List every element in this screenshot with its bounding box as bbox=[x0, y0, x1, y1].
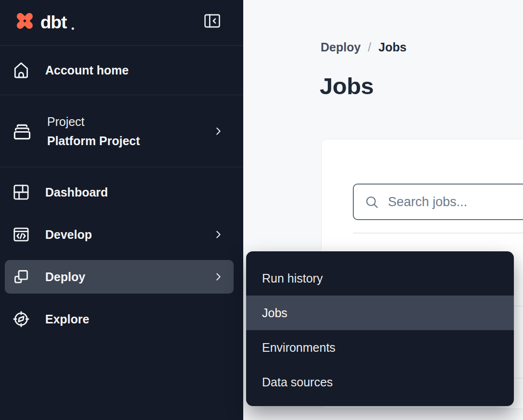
sidebar-item-label: Account home bbox=[45, 63, 129, 77]
search-icon bbox=[364, 194, 380, 210]
sidebar-item-account-home[interactable]: Account home bbox=[0, 46, 243, 95]
dbt-logo[interactable]: dbt bbox=[13, 10, 74, 32]
search-box bbox=[353, 184, 523, 220]
menu-item-jobs[interactable]: Jobs bbox=[246, 296, 514, 330]
project-label: Project bbox=[47, 112, 140, 131]
develop-icon bbox=[12, 225, 31, 244]
sidebar-header: dbt bbox=[0, 0, 243, 46]
project-selector-text: Project Platform Project bbox=[47, 112, 140, 150]
dashboard-icon bbox=[12, 183, 31, 202]
dbt-logo-icon bbox=[13, 10, 36, 32]
deploy-flyout-menu: Run history Jobs Environments Data sourc… bbox=[246, 251, 514, 406]
breadcrumb-parent-link[interactable]: Deploy bbox=[321, 40, 361, 54]
project-name: Platform Project bbox=[47, 131, 140, 150]
sidebar-item-label: Dashboard bbox=[45, 185, 108, 199]
explore-compass-icon bbox=[12, 309, 31, 329]
dbt-logo-trademark-dot bbox=[72, 27, 74, 30]
search-jobs-input[interactable] bbox=[388, 195, 523, 210]
sidebar-item-dashboard[interactable]: Dashboard bbox=[0, 171, 243, 213]
collapse-sidebar-icon bbox=[203, 13, 221, 29]
home-icon bbox=[12, 61, 31, 80]
sidebar: dbt Account home bbox=[0, 0, 243, 420]
sidebar-item-label: Develop bbox=[45, 228, 92, 242]
breadcrumb-separator: / bbox=[368, 40, 371, 54]
breadcrumb-current: Jobs bbox=[378, 40, 406, 54]
menu-item-run-history[interactable]: Run history bbox=[246, 261, 514, 296]
sidebar-item-label: Explore bbox=[45, 312, 89, 326]
sidebar-item-explore[interactable]: Explore bbox=[0, 298, 243, 340]
sidebar-item-develop[interactable]: Develop bbox=[0, 213, 243, 256]
chevron-right-icon bbox=[212, 125, 224, 137]
sidebar-item-project[interactable]: Project Platform Project bbox=[0, 95, 243, 167]
card-divider bbox=[353, 233, 523, 234]
project-stack-icon bbox=[12, 121, 33, 142]
sidebar-nav: Dashboard Develop bbox=[0, 167, 243, 340]
breadcrumb: Deploy / Jobs bbox=[321, 40, 407, 54]
page-title: Jobs bbox=[320, 73, 374, 99]
menu-item-data-sources[interactable]: Data sources bbox=[246, 365, 514, 399]
menu-item-environments[interactable]: Environments bbox=[246, 330, 514, 365]
dbt-logo-text: dbt bbox=[40, 13, 67, 32]
deploy-icon bbox=[12, 267, 31, 286]
sidebar-item-label: Deploy bbox=[45, 270, 85, 284]
collapse-sidebar-button[interactable] bbox=[203, 13, 221, 29]
chevron-right-icon bbox=[212, 271, 224, 283]
sidebar-item-deploy[interactable]: Deploy bbox=[0, 256, 243, 298]
chevron-right-icon bbox=[212, 229, 224, 240]
